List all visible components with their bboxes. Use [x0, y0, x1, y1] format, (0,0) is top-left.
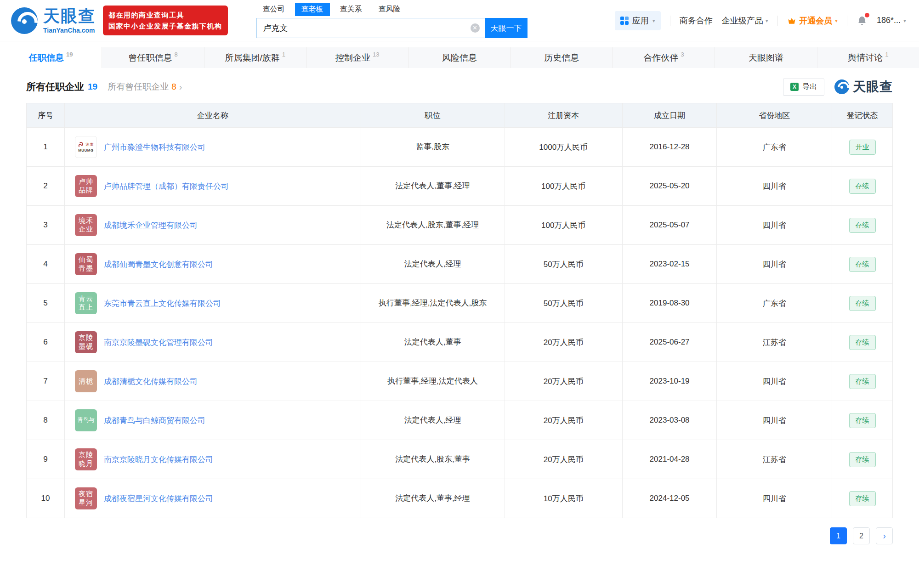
position-cell: 执行董事,经理,法定代表人: [361, 362, 505, 401]
row-index: 2: [27, 167, 65, 206]
search-type-tab[interactable]: 查风险: [372, 3, 407, 16]
company-logo[interactable]: 京陵墨砚: [75, 331, 97, 353]
status-cell: 存续: [832, 284, 893, 323]
row-index: 5: [27, 284, 65, 323]
company-name-link[interactable]: 东莞市青云直上文化传媒有限公司: [104, 298, 221, 309]
row-index: 9: [27, 440, 65, 479]
province-cell: 四川省: [717, 401, 832, 440]
status-cell: 存续: [832, 479, 893, 518]
company-name-link[interactable]: 南京京陵晓月文化传媒有限公司: [104, 454, 213, 465]
company-name-link[interactable]: 广州市淼澄生物科技有限公司: [104, 142, 205, 153]
capital-cell: 50万人民币: [505, 245, 622, 284]
vip-upgrade-button[interactable]: 开通会员 ▾: [787, 15, 838, 26]
promo-banner: 都在用的商业查询工具 国家中小企业发展子基金旗下机构: [103, 6, 228, 35]
page-tab[interactable]: 曾任职信息8: [102, 47, 204, 68]
province-cell: 广东省: [717, 128, 832, 167]
status-badge: 存续: [849, 413, 876, 428]
company-logo[interactable]: 京陵晓月: [75, 448, 97, 470]
position-cell: 法定代表人,董事,经理: [361, 167, 505, 206]
company-cell: 沐萱MUUMG广州市淼澄生物科技有限公司: [64, 128, 361, 167]
date-cell: 2023-03-08: [622, 401, 716, 440]
page-tab-count: 13: [373, 51, 379, 58]
chevron-down-icon: ▾: [766, 17, 768, 24]
company-name-link[interactable]: 卢帅品牌管理（成都）有限责任公司: [104, 181, 229, 192]
company-logo[interactable]: 卢帅品牌: [75, 175, 97, 197]
company-logo[interactable]: 境禾企业: [75, 214, 97, 236]
notification-bell[interactable]: [857, 15, 868, 26]
page-tab[interactable]: 任职信息19: [0, 47, 102, 68]
tianyancha-logo[interactable]: 天眼查 TianYanCha.com: [11, 7, 96, 34]
user-menu[interactable]: 186*... ▾: [877, 16, 906, 25]
search-type-tab[interactable]: 查关系: [334, 3, 369, 16]
search-input[interactable]: [256, 18, 485, 38]
logo-text: 仙蜀: [79, 255, 93, 264]
export-button[interactable]: X 导出: [783, 79, 824, 96]
logo-text: 清栀: [79, 377, 93, 386]
status-badge: 存续: [849, 218, 876, 233]
page-button[interactable]: 1: [830, 527, 847, 544]
page-tab-label: 舆情讨论: [848, 52, 883, 64]
former-positions-link[interactable]: 所有曾任职企业 8 ›: [108, 81, 182, 93]
page-tab[interactable]: 舆情讨论1: [817, 47, 919, 68]
chevron-down-icon: ▾: [835, 17, 838, 24]
province-cell: 四川省: [717, 245, 832, 284]
logo-subtext: MUUMG: [78, 148, 94, 153]
company-logo[interactable]: 仙蜀青墨: [75, 253, 97, 275]
divider: [777, 16, 778, 26]
nav-enterprise-product[interactable]: 企业级产品 ▾: [722, 15, 768, 26]
logo-text: 夜宿: [79, 490, 93, 498]
date-cell: 2023-02-15: [622, 245, 716, 284]
company-name-link[interactable]: 成都境禾企业管理有限公司: [104, 220, 198, 231]
row-index: 1: [27, 128, 65, 167]
chevron-down-icon: ▾: [652, 17, 655, 24]
page-tab[interactable]: 合作伙伴3: [613, 47, 715, 68]
province-cell: 四川省: [717, 167, 832, 206]
company-cell: 卢帅品牌卢帅品牌管理（成都）有限责任公司: [64, 167, 361, 206]
page-tab[interactable]: 风险信息: [408, 47, 511, 68]
company-name-link[interactable]: 成都青鸟与白鲸商贸有限公司: [104, 415, 205, 426]
eye-logo-icon: [834, 79, 849, 94]
date-cell: 2024-12-05: [622, 479, 716, 518]
status-badge: 存续: [849, 491, 876, 506]
province-cell: 四川省: [717, 479, 832, 518]
user-phone: 186*...: [877, 16, 901, 25]
company-cell: 青云直上东莞市青云直上文化传媒有限公司: [64, 284, 361, 323]
company-logo[interactable]: 青云直上: [75, 292, 97, 314]
page-tab-count: 8: [174, 51, 177, 58]
page-tab[interactable]: 历史信息: [511, 47, 613, 68]
company-logo[interactable]: 沐萱MUUMG: [75, 136, 97, 158]
notification-dot: [865, 13, 869, 17]
page-tab[interactable]: 天眼图谱: [715, 47, 817, 68]
capital-cell: 50万人民币: [505, 284, 622, 323]
company-name-link[interactable]: 成都清栀文化传媒有限公司: [104, 376, 198, 387]
capital-cell: 10万人民币: [505, 479, 622, 518]
status-cell: 存续: [832, 206, 893, 245]
apps-menu[interactable]: 应用 ▾: [615, 11, 661, 30]
page-button[interactable]: 2: [853, 527, 870, 544]
company-logo[interactable]: 夜宿星河: [75, 487, 97, 509]
status-cell: 存续: [832, 245, 893, 284]
page-tab[interactable]: 所属集团/族群1: [204, 47, 306, 68]
next-page-button[interactable]: ›: [876, 527, 893, 544]
row-index: 8: [27, 401, 65, 440]
company-logo[interactable]: 清栀: [75, 370, 97, 392]
search-button[interactable]: 天眼一下: [485, 18, 528, 38]
status-badge: 存续: [849, 179, 876, 194]
eye-logo-icon: [11, 7, 38, 34]
search-type-tab[interactable]: 查老板: [295, 3, 330, 16]
table-header-cell: 省份地区: [717, 103, 832, 128]
company-name-link[interactable]: 南京京陵墨砚文化管理有限公司: [104, 337, 213, 348]
company-name-link[interactable]: 成都仙蜀青墨文化创意有限公司: [104, 259, 213, 270]
company-logo[interactable]: 青鸟与: [75, 409, 97, 431]
apps-label: 应用: [632, 15, 649, 26]
status-cell: 存续: [832, 323, 893, 362]
status-badge: 存续: [849, 335, 876, 350]
nav-business-cooperation[interactable]: 商务合作: [680, 15, 713, 26]
company-name-link[interactable]: 成都夜宿星河文化传媒有限公司: [104, 493, 213, 504]
capital-cell: 100万人民币: [505, 167, 622, 206]
page-tab-label: 天眼图谱: [749, 52, 783, 64]
clear-search-icon[interactable]: ✕: [471, 23, 480, 33]
page-tab[interactable]: 控制企业13: [306, 47, 408, 68]
capital-cell: 20万人民币: [505, 401, 622, 440]
search-type-tab[interactable]: 查公司: [256, 3, 291, 16]
